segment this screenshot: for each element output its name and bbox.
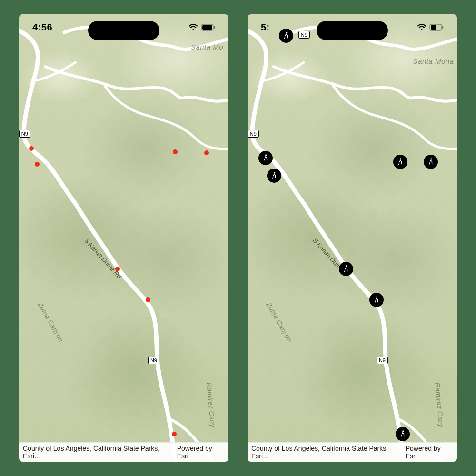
hiker-icon: [372, 296, 381, 304]
map-marker-hiker[interactable]: [396, 427, 410, 441]
map-attribution: County of Los Angeles, California State …: [248, 442, 457, 462]
status-icons: [188, 23, 215, 31]
attribution-text: County of Los Angeles, California State …: [251, 445, 406, 460]
hiker-icon: [342, 265, 350, 273]
hiker-icon: [426, 158, 435, 166]
status-icons: [417, 23, 444, 31]
map-marker-hiker[interactable]: [393, 155, 407, 169]
phone-left: 4:56 N9 N9 S Kanan Dume Rd Santa Mo Zuma…: [19, 14, 228, 462]
route-shield-n9: N9: [377, 357, 388, 364]
svg-point-10: [430, 159, 432, 160]
svg-rect-1: [202, 25, 212, 30]
map-marker-hiker[interactable]: [339, 262, 353, 276]
svg-point-11: [346, 265, 347, 267]
svg-point-7: [265, 154, 267, 156]
hiker-icon: [261, 154, 270, 162]
hiker-icon: [270, 171, 278, 180]
status-time: 5:: [261, 22, 270, 33]
map-marker[interactable]: [173, 149, 178, 154]
route-shield-n9: N9: [248, 130, 259, 138]
road-lines: [248, 14, 457, 462]
route-shield-n9: N9: [19, 130, 30, 138]
map-marker[interactable]: [35, 162, 40, 167]
hiker-icon: [396, 158, 405, 166]
park-label-santa-monica: Santa Mo: [191, 43, 223, 51]
map-marker-hiker[interactable]: [369, 293, 384, 307]
map-marker[interactable]: [204, 150, 209, 155]
battery-icon: [429, 24, 444, 31]
svg-point-9: [400, 159, 401, 160]
svg-point-12: [376, 296, 377, 298]
park-label-santa-monica: Santa Mona: [413, 57, 454, 65]
attribution-powered[interactable]: Powered by Esri: [406, 445, 453, 460]
route-shield-n9: N9: [148, 357, 159, 364]
svg-point-8: [274, 172, 275, 174]
map-marker[interactable]: [146, 298, 150, 302]
map-marker[interactable]: [115, 267, 120, 271]
map-marker-hiker[interactable]: [267, 169, 281, 183]
svg-rect-5: [442, 26, 443, 29]
map-marker[interactable]: [29, 146, 34, 151]
svg-rect-2: [214, 26, 215, 29]
dynamic-island: [317, 21, 388, 40]
phone-right: 5: N9 N9 N9 S Kanan Dume Santa Mona Zuma…: [248, 14, 457, 462]
map-marker-hiker[interactable]: [258, 151, 273, 165]
attribution-powered[interactable]: Powered by Esri: [177, 445, 225, 460]
hiker-icon: [398, 430, 407, 438]
status-time: 4:56: [32, 22, 52, 33]
map-marker[interactable]: [172, 432, 177, 436]
attribution-text: County of Los Angeles, California State …: [23, 445, 177, 460]
road-lines: [19, 14, 228, 462]
map-marker-hiker[interactable]: [424, 155, 438, 169]
battery-icon: [201, 24, 215, 31]
dynamic-island: [88, 21, 159, 40]
map-attribution: County of Los Angeles, California State …: [19, 442, 228, 462]
svg-rect-4: [431, 25, 436, 30]
wifi-icon: [417, 23, 426, 31]
svg-point-13: [402, 430, 404, 432]
wifi-icon: [188, 23, 198, 31]
